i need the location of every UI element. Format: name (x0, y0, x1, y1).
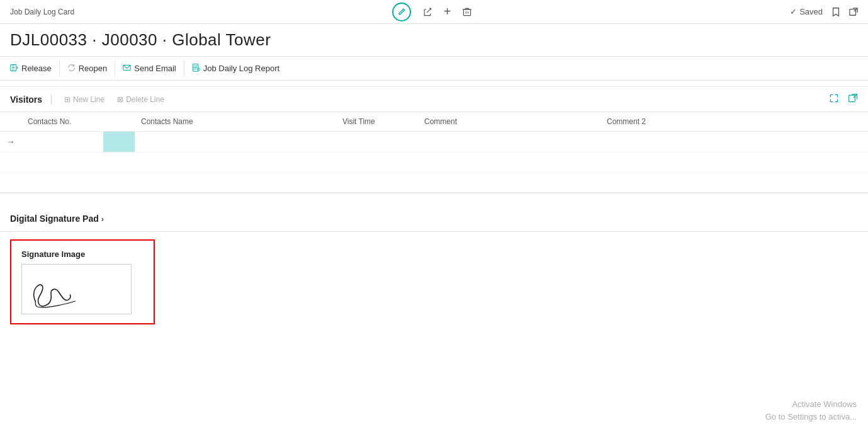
spacer (0, 81, 868, 87)
visitors-table: Contacts No. Contacts Name Visit Time Co… (0, 112, 868, 193)
release-button[interactable]: Release (10, 61, 60, 76)
open-new-button[interactable] (849, 8, 858, 16)
svg-rect-5 (849, 95, 855, 101)
visit-time-cell[interactable] (336, 132, 418, 152)
edit-button[interactable] (392, 3, 411, 21)
watermark-line2: Go to Settings to activa... (765, 411, 857, 423)
job-daily-log-report-label: Job Daily Log Report (203, 64, 279, 73)
new-line-icon: ⊞ (64, 95, 70, 104)
add-button[interactable]: + (444, 4, 451, 19)
col-header-comment: Comment (418, 112, 600, 132)
share-button[interactable] (422, 7, 432, 17)
visitors-table-container: Contacts No. Contacts Name Visit Time Co… (0, 112, 868, 193)
table-row[interactable]: → (0, 132, 868, 152)
col-header-arrow (0, 112, 21, 132)
digital-signature-pad-title[interactable]: Digital Signature Pad › (10, 214, 858, 224)
visitors-title: Visitors (10, 94, 52, 105)
contacts-name-cell-3[interactable] (135, 173, 336, 193)
contacts-no-cell[interactable] (21, 132, 135, 152)
new-line-label: New Line (73, 95, 104, 104)
digital-signature-title-text: Digital Signature Pad (10, 214, 99, 224)
send-email-label: Send Email (134, 64, 176, 73)
visitors-actions: ⊞ New Line ⊠ Delete Line (52, 94, 171, 105)
contacts-name-cell[interactable] (135, 132, 336, 152)
saved-status: ✓ Saved (790, 7, 823, 16)
signature-image-section: Signature Image (10, 239, 155, 324)
action-bar: Release Reopen Send Email Job Daily (0, 57, 868, 81)
contacts-no-cell-2[interactable] (21, 152, 135, 173)
table-row[interactable] (0, 152, 868, 173)
saved-label-text: Saved (799, 7, 823, 16)
record-title: DJL00033 · J00030 · Global Tower (10, 30, 858, 50)
signature-image-wrapper: Signature Image (0, 232, 868, 332)
table-row[interactable] (0, 173, 868, 193)
chevron-right-icon: › (101, 214, 104, 224)
row-arrow-cell-3 (0, 173, 21, 193)
table-header-row: Contacts No. Contacts Name Visit Time Co… (0, 112, 868, 132)
mid-spacer (0, 193, 868, 206)
signature-image-box (21, 264, 132, 314)
delete-line-icon: ⊠ (117, 95, 123, 104)
visitors-section-header: Visitors ⊞ New Line ⊠ Delete Line (0, 87, 868, 112)
row-arrow-cell: → (0, 132, 21, 152)
new-line-button[interactable]: ⊞ New Line (58, 94, 111, 105)
report-icon (192, 64, 200, 74)
col-header-contacts-name: Contacts Name (135, 112, 336, 132)
signature-image-label: Signature Image (21, 249, 144, 259)
job-daily-log-report-button[interactable]: Job Daily Log Report (184, 61, 287, 76)
release-label: Release (21, 64, 52, 73)
visitors-expand-icon[interactable] (829, 93, 839, 105)
contacts-no-cell-3[interactable] (21, 173, 135, 193)
col-header-contacts-no: Contacts No. (21, 112, 135, 132)
header-center-icons: + (392, 3, 473, 21)
col-header-visit-time: Visit Time (336, 112, 418, 132)
comment-cell-3[interactable] (418, 173, 600, 193)
watermark-line1: Activate Windows (765, 398, 857, 411)
visitors-left: Visitors ⊞ New Line ⊠ Delete Line (10, 94, 171, 105)
visit-time-cell-2[interactable] (336, 152, 418, 173)
reopen-icon (67, 64, 76, 74)
delete-line-button[interactable]: ⊠ Delete Line (111, 94, 171, 105)
reopen-label: Reopen (79, 64, 108, 73)
release-icon (10, 64, 18, 74)
comment2-cell-3[interactable] (600, 173, 868, 193)
visit-time-cell-3[interactable] (336, 173, 418, 193)
header-right-icons: ✓ Saved (790, 7, 858, 17)
visitors-open-icon[interactable] (848, 93, 858, 105)
delete-line-label: Delete Line (126, 95, 164, 104)
header-bar: Job Daily Log Card + ✓ Saved (0, 0, 868, 24)
row-arrow-cell-2 (0, 152, 21, 173)
comment-cell-2[interactable] (418, 152, 600, 173)
comment-cell[interactable] (418, 132, 600, 152)
send-email-icon (123, 64, 131, 74)
col-header-comment2: Comment 2 (600, 112, 868, 132)
bookmark-button[interactable] (831, 7, 840, 17)
reopen-button[interactable]: Reopen (60, 61, 116, 76)
svg-rect-0 (464, 9, 471, 16)
digital-signature-section: Digital Signature Pad › (0, 206, 868, 232)
signature-svg (25, 267, 128, 311)
comment2-cell[interactable] (600, 132, 868, 152)
activate-windows-watermark: Activate Windows Go to Settings to activ… (765, 398, 857, 423)
comment2-cell-2[interactable] (600, 152, 868, 173)
send-email-button[interactable]: Send Email (115, 61, 184, 76)
contacts-name-cell-2[interactable] (135, 152, 336, 173)
delete-button[interactable] (462, 7, 472, 17)
page-title: Job Daily Log Card (10, 8, 74, 16)
visitors-right-icons (829, 93, 858, 105)
title-section: DJL00033 · J00030 · Global Tower (0, 24, 868, 57)
